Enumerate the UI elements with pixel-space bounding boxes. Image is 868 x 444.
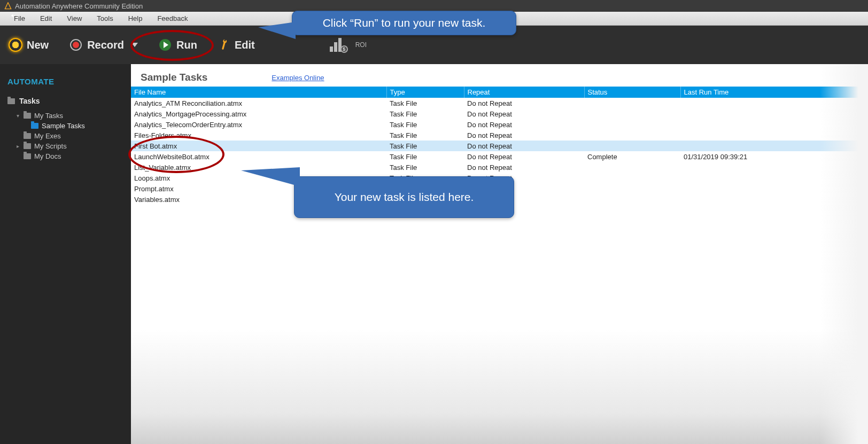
cell-last xyxy=(680,162,868,173)
cell-last xyxy=(680,141,868,151)
tree-item-my-tasks[interactable]: ▾ My Tasks xyxy=(7,111,131,121)
run-button[interactable]: Run xyxy=(159,39,197,51)
wrench-icon xyxy=(216,37,231,52)
menu-view[interactable]: View xyxy=(59,14,89,22)
tree-item-my-docs[interactable]: My Docs xyxy=(7,151,131,161)
tree-item-sample-tasks[interactable]: Sample Tasks xyxy=(7,121,131,131)
table-header-row: File Name Type Repeat Status Last Run Ti… xyxy=(131,87,868,98)
sidebar-tree: ▾ My Tasks Sample Tasks My Exes ▸ My Scr… xyxy=(0,108,131,161)
menu-feedback[interactable]: Feedback xyxy=(150,14,195,22)
menu-help[interactable]: Help xyxy=(121,14,150,22)
examples-online-link[interactable]: Examples Online xyxy=(272,74,324,82)
roi-button[interactable]: $ ROI xyxy=(330,38,367,52)
cell-last: 01/31/2019 09:39:21 xyxy=(680,151,868,162)
cell-repeat: Do not Repeat xyxy=(464,141,584,151)
sidebar-root-tasks[interactable]: Tasks xyxy=(0,94,131,108)
callout-pointer-icon xyxy=(258,22,296,39)
cell-type: Task File xyxy=(386,108,464,119)
tree-item-my-exes[interactable]: My Exes xyxy=(7,131,131,141)
table-row[interactable]: Files-Folders.atmxTask FileDo not Repeat xyxy=(131,130,868,141)
cell-last xyxy=(680,194,868,205)
sidebar-root-label: Tasks xyxy=(19,97,40,105)
callout-pointer-icon xyxy=(241,167,300,186)
cell-name: Files-Folders.atmx xyxy=(131,130,386,141)
cell-status: Complete xyxy=(584,151,680,162)
cell-name: First Bot.atmx xyxy=(131,141,386,151)
roi-label: ROI xyxy=(355,41,367,49)
sidebar-heading: AUTOMATE xyxy=(0,75,131,94)
tree-item-label: My Docs xyxy=(34,152,61,160)
tree-item-label: My Tasks xyxy=(34,112,63,120)
cell-repeat: Do not Repeat xyxy=(464,98,584,108)
sidebar: AUTOMATE Tasks ▾ My Tasks Sample Tasks xyxy=(0,64,131,444)
folder-icon xyxy=(7,98,15,104)
table-row[interactable]: LaunchWebsiteBot.atmxTask FileDo not Rep… xyxy=(131,151,868,162)
cell-status xyxy=(584,108,680,119)
callout-row-text: Your new task is listed here. xyxy=(335,191,474,204)
col-repeat[interactable]: Repeat xyxy=(464,87,584,98)
cell-name: Analytics_MortgageProcessing.atmx xyxy=(131,108,386,119)
tree-item-my-scripts[interactable]: ▸ My Scripts xyxy=(7,141,131,151)
cell-repeat: Do not Repeat xyxy=(464,130,584,141)
edit-label: Edit xyxy=(235,39,255,51)
cell-type: Task File xyxy=(386,98,464,108)
cell-status xyxy=(584,119,680,130)
cell-last xyxy=(680,108,868,119)
titlebar: Automation Anywhere Community Edition xyxy=(0,0,868,12)
expand-icon[interactable]: ▸ xyxy=(15,143,20,149)
roi-icon: $ xyxy=(330,38,348,52)
record-dropdown-icon[interactable] xyxy=(131,43,138,47)
main-panel: Sample Tasks Examples Online File Name T… xyxy=(131,64,868,444)
table-row[interactable]: Analytics_MortgageProcessing.atmxTask Fi… xyxy=(131,108,868,119)
folder-icon xyxy=(24,113,31,119)
cell-repeat: Do not Repeat xyxy=(464,151,584,162)
cell-status xyxy=(584,194,680,205)
cell-last xyxy=(680,173,868,183)
cell-repeat: Do not Repeat xyxy=(464,108,584,119)
cell-status xyxy=(584,141,680,151)
collapse-icon[interactable]: ▾ xyxy=(15,113,20,119)
col-type[interactable]: Type xyxy=(386,87,464,98)
window-title: Automation Anywhere Community Edition xyxy=(15,2,143,10)
col-last-run[interactable]: Last Run Time xyxy=(680,87,868,98)
cell-last xyxy=(680,98,868,108)
tree-item-label: My Scripts xyxy=(34,142,67,150)
cell-name: LaunchWebsiteBot.atmx xyxy=(131,151,386,162)
edit-button[interactable]: Edit xyxy=(219,39,255,51)
cell-type: Task File xyxy=(386,162,464,173)
new-button[interactable]: New xyxy=(10,39,49,51)
cell-last xyxy=(680,119,868,130)
cell-status xyxy=(584,162,680,173)
table-row[interactable]: First Bot.atmxTask FileDo not Repeat xyxy=(131,141,868,151)
record-button[interactable]: Record xyxy=(70,39,138,51)
back-arrow-icon[interactable]: ← xyxy=(9,7,21,22)
cell-last xyxy=(680,183,868,194)
folder-icon xyxy=(31,123,38,129)
table-row[interactable]: Analytics_ATM Reconciliation.atmxTask Fi… xyxy=(131,98,868,108)
menu-tools[interactable]: Tools xyxy=(89,14,120,22)
callout-row: Your new task is listed here. xyxy=(294,176,514,218)
cell-status xyxy=(584,130,680,141)
cell-type: Task File xyxy=(386,130,464,141)
play-icon xyxy=(159,39,171,51)
table-row[interactable]: Analytics_TelecomOrderEntry.atmxTask Fil… xyxy=(131,119,868,130)
callout-run: Click “Run” to run your new task. xyxy=(292,11,516,35)
run-label: Run xyxy=(176,39,197,51)
menu-edit[interactable]: Edit xyxy=(33,14,59,22)
cell-name: Analytics_ATM Reconciliation.atmx xyxy=(131,98,386,108)
cell-status xyxy=(584,183,680,194)
cell-type: Task File xyxy=(386,141,464,151)
folder-icon xyxy=(24,133,31,139)
col-file-name[interactable]: File Name xyxy=(131,87,386,98)
folder-icon xyxy=(24,143,31,149)
cell-status xyxy=(584,173,680,183)
new-icon xyxy=(10,39,21,51)
cell-name: Analytics_TelecomOrderEntry.atmx xyxy=(131,119,386,130)
folder-icon xyxy=(24,153,31,159)
record-label: Record xyxy=(87,39,124,51)
col-status[interactable]: Status xyxy=(584,87,680,98)
tree-item-label: My Exes xyxy=(34,132,61,140)
cell-status xyxy=(584,98,680,108)
cell-repeat: Do not Repeat xyxy=(464,162,584,173)
cell-type: Task File xyxy=(386,119,464,130)
